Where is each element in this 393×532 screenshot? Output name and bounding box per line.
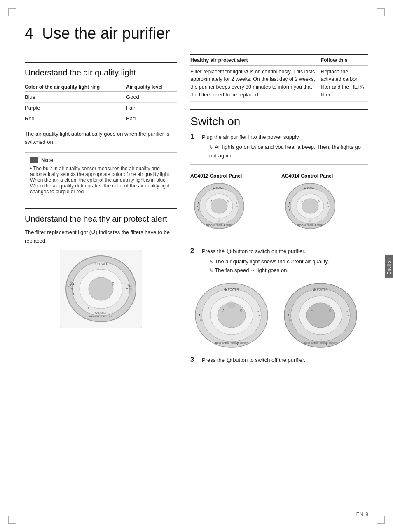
healthy-col2-header: Follow this: [320, 55, 368, 66]
svg-text:REPLACE FILTER ⏻ RESET: REPLACE FILTER ⏻ RESET: [215, 342, 248, 345]
device-svg-left: ⏻ POWER TIMER 1 4 8 SPEED ≡ ∼ REPLACE FI…: [62, 253, 140, 325]
healthy-col1-header: Healthy air protect alert: [190, 55, 320, 66]
svg-text:4: 4: [288, 314, 289, 317]
note-box: Note The built-in air quality sensor mea…: [25, 152, 177, 199]
panel-ac4012-label: AC4012 Control Panel: [190, 173, 277, 179]
crop-mark-tr: [377, 8, 385, 16]
svg-text:≡: ≡: [346, 310, 348, 313]
quality-row-color: Blue: [25, 91, 126, 102]
panel-ac4014: AC4014 Control Panel ⏻ POWER 1 4 8 ≡ ∼: [281, 173, 368, 232]
crop-mark-top: [193, 8, 200, 16]
svg-text:⏻ RESET: ⏻ RESET: [95, 312, 107, 314]
step-2-num: 2: [190, 247, 198, 255]
switch-on-divider: [190, 109, 368, 110]
healthy-cell-col2: Replace the activated carbon filter and …: [320, 65, 368, 101]
svg-text:1: 1: [200, 310, 202, 313]
step-2-text: Press the ⏻ button to switch on the puri…: [202, 248, 305, 254]
section2-title: Understand the healthy air protect alert: [25, 214, 177, 224]
quality-row-level: Bad: [126, 113, 177, 124]
note-list: The built-in air quality sensor measures…: [30, 166, 172, 195]
svg-text:∼: ∼: [126, 287, 129, 291]
step-1-num: 1: [190, 133, 198, 141]
svg-text:↺: ↺: [309, 220, 311, 223]
note-label: Note: [41, 157, 53, 163]
quality-table: Color of the air quality light ring Air …: [25, 82, 177, 124]
svg-text:8: 8: [200, 318, 202, 321]
footer-lang: EN: [356, 511, 363, 517]
step-1-text: Plug the air purifier into the power sup…: [202, 134, 300, 140]
section2-divider: [25, 208, 177, 209]
crop-mark-tl: [8, 8, 16, 16]
page: English 4 Use the air purifier Understan…: [0, 0, 393, 532]
svg-text:↺: ↺: [320, 338, 322, 341]
quality-row-level: Good: [126, 91, 177, 102]
crop-mark-bl: [8, 516, 16, 524]
step-1-row: 1 Plug the air purifier into the power s…: [190, 133, 368, 160]
switch-on-title: Switch on: [190, 115, 368, 128]
svg-text:∼: ∼: [328, 205, 330, 208]
svg-text:⚙: ⚙: [329, 309, 332, 312]
svg-text:⚙: ⚙: [111, 281, 115, 286]
svg-text:1: 1: [73, 282, 75, 286]
svg-text:⏻ POWER: ⏻ POWER: [213, 187, 226, 189]
svg-text:1: 1: [289, 310, 291, 313]
bottom-panel-right-svg: ⏻ POWER 1 4 8 ≡ ∼ REPLACE FILTER ⏻ RESET…: [279, 280, 362, 350]
svg-point-62: [306, 303, 335, 328]
step-1-content: Plug the air purifier into the power sup…: [202, 133, 368, 160]
svg-text:4: 4: [199, 314, 200, 317]
svg-text:REPLACE FILTER ⏻ RESET: REPLACE FILTER ⏻ RESET: [206, 224, 233, 226]
svg-text:≡: ≡: [327, 202, 328, 204]
step-3-content: Press the ⏻ button to switch off the pur…: [202, 356, 368, 365]
svg-text:↺: ↺: [87, 307, 89, 310]
healthy-table-row: Filter replacement light ↺ is on continu…: [190, 65, 368, 101]
svg-point-58: [227, 301, 236, 309]
panel-ac4014-label: AC4014 Control Panel: [281, 173, 368, 179]
step-3-num: 3: [190, 356, 198, 363]
quality-col1-header: Color of the air quality light ring: [25, 82, 126, 91]
crop-mark-bottom: [193, 516, 200, 524]
section1-title: Understand the air quality light: [25, 68, 177, 78]
quality-table-row: BlueGood: [25, 91, 177, 102]
panel-ac4014-svg: ⏻ POWER 1 4 8 ≡ ∼ REPLACE FILTER ⏻ RESET…: [281, 181, 339, 231]
svg-text:∼: ∼: [347, 314, 350, 317]
left-column: Understand the air quality light Color o…: [25, 54, 177, 369]
svg-text:∼: ∼: [301, 200, 303, 202]
svg-text:REPLACE FILTER ⏻ RESET: REPLACE FILTER ⏻ RESET: [304, 342, 337, 345]
section1-divider: [25, 62, 177, 63]
panel-ac4012-svg: ⏻ POWER 1 4 8 ≡ ∼ REPLACE FILTER ⏻ RESET…: [190, 181, 248, 231]
svg-text:REPLACE FILTER: REPLACE FILTER: [89, 315, 113, 318]
quality-col2-header: Air quality level: [126, 82, 177, 91]
svg-point-33: [302, 199, 318, 213]
quality-table-row: PurpleFair: [25, 102, 177, 113]
svg-text:≡: ≡: [236, 202, 237, 204]
section2-para: The filter replacement light (↺) indicat…: [25, 228, 177, 246]
step-2-sub-2: The fan speed ∼ light goes on.: [209, 266, 368, 275]
panel-ac4012: AC4012 Control Panel ⏻ POWER 1 4 8 ≡ ∼: [190, 173, 277, 232]
note-header: Note: [30, 157, 172, 163]
healthy-cell-col1: Filter replacement light ↺ is on continu…: [190, 65, 320, 101]
svg-text:↺: ↺: [231, 338, 233, 341]
step-2-sub-1: The air quality light shows the current …: [209, 258, 368, 266]
svg-text:⚙: ⚙: [240, 309, 243, 312]
footer: EN 9: [356, 511, 368, 517]
step-2-content: Press the ⏻ button to switch on the puri…: [202, 247, 368, 274]
bottom-panels: ⏻ POWER 1 4 8 ≡ ∼ REPLACE FILTER ⏻ RESET…: [190, 280, 368, 350]
svg-text:↺: ↺: [210, 200, 212, 202]
chapter-title-text: Use the air purifier: [42, 25, 170, 42]
svg-text:≡: ≡: [124, 282, 126, 286]
svg-text:⏻ POWER: ⏻ POWER: [313, 288, 328, 291]
svg-point-19: [211, 199, 227, 213]
right-column: Healthy air protect alert Follow this Fi…: [190, 54, 368, 369]
svg-text:4: 4: [71, 287, 73, 291]
language-tab: English: [385, 255, 393, 278]
svg-text:⏻ POWER: ⏻ POWER: [304, 187, 317, 189]
quality-row-level: Fair: [126, 102, 177, 113]
step-3-text: Press the ⏻ button to switch off the pur…: [202, 357, 305, 363]
step-1-sub-1: All lights go on twice and you hear a be…: [209, 143, 368, 160]
svg-text:⏻ POWER: ⏻ POWER: [94, 262, 108, 265]
svg-text:⏻ POWER: ⏻ POWER: [224, 288, 239, 291]
svg-text:8: 8: [289, 318, 291, 321]
chapter-title: 4 Use the air purifier: [25, 25, 368, 43]
svg-text:⚙: ⚙: [318, 200, 320, 202]
note-list-item: The built-in air quality sensor measures…: [30, 166, 172, 195]
